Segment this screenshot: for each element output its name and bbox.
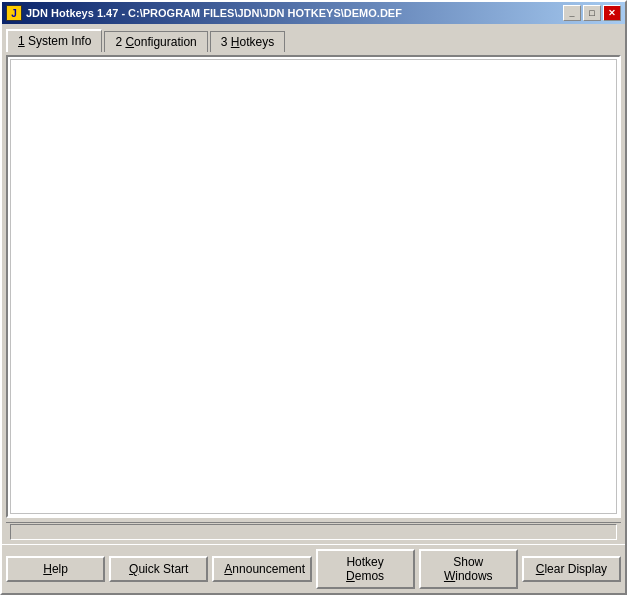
help-button[interactable]: Help [6,556,105,582]
panel-inner [10,59,617,514]
title-bar-buttons: _ □ ✕ [563,5,621,21]
title-bar: J JDN Hotkeys 1.47 - C:\PROGRAM FILES\JD… [2,2,625,24]
announcement-button[interactable]: Announcement [212,556,311,582]
tab-hotkeys[interactable]: 3 Hotkeys [210,31,285,52]
status-field [10,524,617,540]
tab-system-info[interactable]: 1 System Info [6,29,102,52]
app-icon: J [6,5,22,21]
quick-start-button[interactable]: Quick Start [109,556,208,582]
content-area [2,51,625,544]
tab-configuration[interactable]: 2 Configuration [104,31,207,52]
main-panel [6,55,621,518]
clear-display-button[interactable]: Clear Display [522,556,621,582]
maximize-button[interactable]: □ [583,5,601,21]
button-bar: Help Quick Start Announcement Hotkey Dem… [2,544,625,593]
status-bar [6,522,621,540]
minimize-button[interactable]: _ [563,5,581,21]
main-window: J JDN Hotkeys 1.47 - C:\PROGRAM FILES\JD… [0,0,627,595]
title-bar-text: JDN Hotkeys 1.47 - C:\PROGRAM FILES\JDN\… [26,7,402,19]
show-windows-button[interactable]: Show Windows [419,549,518,589]
tab-bar: 1 System Info 2 Configuration 3 Hotkeys [2,24,625,51]
title-bar-left: J JDN Hotkeys 1.47 - C:\PROGRAM FILES\JD… [6,5,402,21]
hotkey-demos-button[interactable]: Hotkey Demos [316,549,415,589]
close-button[interactable]: ✕ [603,5,621,21]
